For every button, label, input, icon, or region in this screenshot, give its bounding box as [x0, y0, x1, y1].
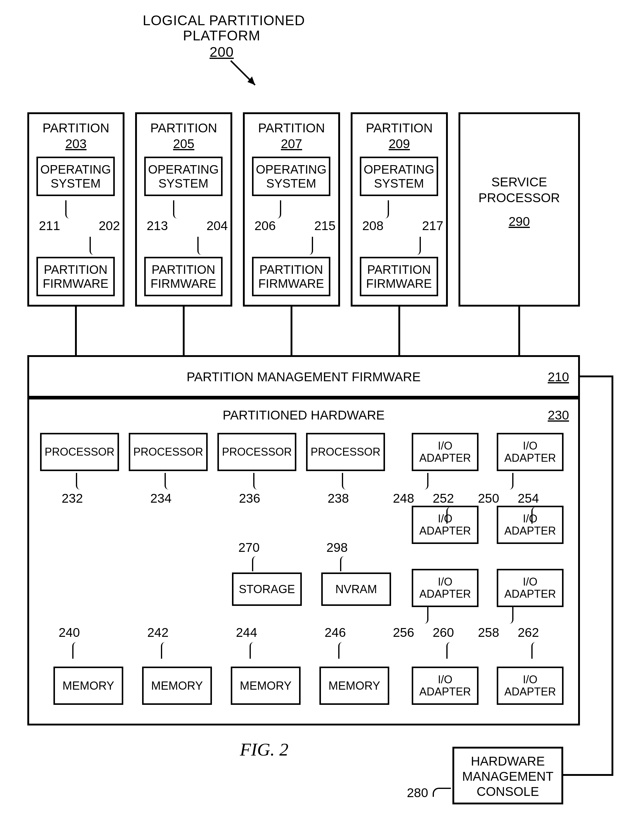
ref-262: 262 [518, 625, 539, 640]
tick-252 [446, 507, 451, 524]
tick-240 [72, 642, 77, 659]
io-adapter-254: I/O ADAPTER [497, 506, 564, 544]
partition-2-osref: 204 [207, 218, 228, 233]
ref-246: 246 [325, 625, 346, 640]
partition-3: PARTITION 207 OPERATING SYSTEM PARTITION… [243, 112, 340, 307]
tick-262 [531, 642, 536, 659]
processor-1: PROCESSOR [40, 433, 119, 471]
hmc-line-v [611, 376, 613, 775]
hmc-line-h2 [563, 774, 613, 776]
tick-p4-os [384, 200, 389, 218]
processor-3: PROCESSOR [217, 433, 296, 471]
partition-1-fwref: 211 [39, 218, 60, 233]
tick-244 [250, 642, 255, 659]
tick-258 [509, 607, 513, 624]
io-adapter-260: I/O ADAPTER [412, 667, 478, 705]
tick-234 [164, 473, 169, 489]
tick-p3-os [276, 200, 281, 218]
storage-box: STORAGE [232, 573, 302, 606]
memory-2: MEMORY [142, 667, 212, 705]
partition-2-fw: PARTITION FIRMWARE [144, 257, 223, 296]
partition-1: PARTITION 203 OPERATING SYSTEM PARTITION… [27, 112, 125, 307]
tick-242 [161, 642, 166, 659]
partition-4-title: PARTITION [353, 121, 446, 135]
tick-238 [342, 473, 347, 489]
ref-256: 256 [393, 625, 414, 640]
partition-1-fw: PARTITION FIRMWARE [36, 257, 115, 296]
partition-4-ref: 209 [353, 136, 446, 151]
hmc-line-h1 [580, 376, 613, 377]
hmc-l2: MANAGEMENT [454, 769, 562, 784]
memory-4: MEMORY [319, 667, 389, 705]
service-ref: 290 [460, 214, 578, 229]
ref-254: 254 [518, 491, 539, 506]
ref-280: 280 [407, 786, 428, 800]
conn-p1 [75, 307, 77, 355]
partition-2-os: OPERATING SYSTEM [144, 157, 223, 196]
tick-232 [76, 473, 81, 489]
diagram-root: LOGICAL PARTITIONED PLATFORM 200 PARTITI… [12, 12, 632, 827]
partition-3-fwref: 215 [314, 218, 335, 233]
ref-238: 238 [328, 491, 349, 506]
title-line1: LOGICAL PARTITIONED [143, 12, 301, 28]
io-adapter-248: I/O ADAPTER [412, 433, 478, 471]
partition-1-osref: 202 [99, 218, 120, 233]
partition-4-fw: PARTITION FIRMWARE [360, 257, 438, 296]
tick-p1-os [65, 200, 70, 218]
tick-p2-os [173, 200, 178, 218]
tick-298 [340, 556, 345, 571]
hmc-box: HARDWARE MANAGEMENT CONSOLE [452, 747, 563, 805]
tick-236 [253, 473, 258, 489]
service-processor: SERVICE PROCESSOR 290 [458, 112, 580, 307]
processor-2: PROCESSOR [129, 433, 208, 471]
partition-4-os: OPERATING SYSTEM [360, 157, 438, 196]
service-l2: PROCESSOR [460, 190, 578, 205]
tick-p4-fw [416, 237, 421, 255]
tick-246 [338, 642, 343, 659]
tick-270 [252, 556, 257, 571]
ph-box: PARTITIONED HARDWARE 230 PROCESSOR PROCE… [27, 397, 580, 726]
tick-280 [433, 788, 451, 797]
conn-sp [518, 307, 520, 355]
partition-2: PARTITION 205 OPERATING SYSTEM PARTITION… [135, 112, 232, 307]
ref-248: 248 [393, 491, 414, 506]
partition-4-fwref: 217 [422, 218, 443, 233]
ref-240: 240 [59, 625, 80, 640]
ref-260: 260 [433, 625, 454, 640]
tick-254 [531, 507, 536, 524]
partition-3-ref: 207 [245, 136, 338, 151]
tick-260 [446, 642, 451, 659]
conn-p4 [398, 307, 400, 355]
service-l1: SERVICE [460, 175, 578, 189]
partition-2-title: PARTITION [137, 121, 230, 135]
ref-270: 270 [238, 540, 260, 555]
tick-250 [509, 473, 513, 489]
io-adapter-250: I/O ADAPTER [497, 433, 564, 471]
partition-4: PARTITION 209 OPERATING SYSTEM PARTITION… [351, 112, 448, 307]
ref-298: 298 [326, 540, 348, 555]
ph-label: PARTITIONED HARDWARE [29, 408, 578, 422]
ref-236: 236 [239, 491, 260, 506]
partition-1-title: PARTITION [29, 121, 123, 135]
conn-p2 [183, 307, 185, 355]
pmf-label: PARTITION MANAGEMENT FIRMWARE [29, 370, 578, 384]
hmc-l1: HARDWARE [454, 754, 562, 768]
partition-2-ref: 205 [137, 136, 230, 151]
ref-234: 234 [150, 491, 172, 506]
ref-242: 242 [147, 625, 169, 640]
conn-p3 [291, 307, 292, 355]
tick-248 [424, 473, 429, 489]
title-ref: 200 [143, 44, 301, 60]
ref-252: 252 [433, 491, 454, 506]
ph-ref: 230 [548, 408, 569, 422]
ref-232: 232 [62, 491, 83, 506]
pmf-box: PARTITION MANAGEMENT FIRMWARE 210 [27, 355, 580, 397]
io-adapter-262: I/O ADAPTER [497, 667, 564, 705]
tick-256 [424, 607, 429, 624]
partition-4-osref: 208 [362, 218, 383, 233]
nvram-box: NVRAM [321, 573, 391, 606]
title-line2: PLATFORM [143, 27, 301, 44]
tick-p3-fw [308, 237, 313, 255]
partition-3-os: OPERATING SYSTEM [252, 157, 330, 196]
partition-3-osref: 206 [255, 218, 276, 233]
